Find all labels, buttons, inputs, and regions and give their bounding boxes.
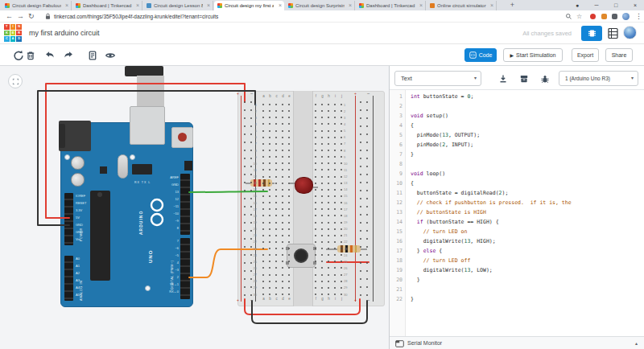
user-avatar[interactable] bbox=[623, 26, 637, 39]
bb-rail-hole[interactable] bbox=[366, 238, 368, 240]
bb-rail-hole[interactable] bbox=[244, 222, 246, 224]
bb-hole[interactable] bbox=[341, 176, 342, 178]
bb-hole[interactable] bbox=[269, 241, 270, 243]
bb-rail-hole[interactable] bbox=[244, 230, 246, 232]
bb-hole[interactable] bbox=[275, 228, 277, 230]
bb-hole[interactable] bbox=[341, 104, 342, 105]
bb-hole[interactable] bbox=[275, 195, 277, 197]
bb-hole[interactable] bbox=[275, 189, 277, 191]
bb-hole[interactable] bbox=[269, 150, 270, 151]
bb-rail-hole[interactable] bbox=[244, 270, 246, 272]
bb-hole[interactable] bbox=[341, 248, 342, 249]
tinkercad-logo[interactable]: TINKERCAD bbox=[4, 24, 22, 42]
bb-hole[interactable] bbox=[334, 104, 336, 105]
bb-rail-hole[interactable] bbox=[244, 142, 246, 143]
bb-rail-hole[interactable] bbox=[360, 109, 361, 111]
bb-hole[interactable] bbox=[262, 104, 264, 105]
design-title[interactable]: my first arduino circuit bbox=[29, 23, 100, 44]
bb-rail-hole[interactable] bbox=[244, 101, 246, 103]
bb-hole[interactable] bbox=[282, 189, 283, 191]
bb-rail-hole[interactable] bbox=[360, 230, 361, 232]
bb-hole[interactable] bbox=[282, 195, 283, 197]
bb-hole[interactable] bbox=[288, 189, 290, 191]
bb-rail-hole[interactable] bbox=[360, 238, 361, 240]
bb-rail-hole[interactable] bbox=[366, 190, 368, 191]
browser-tab[interactable]: Circuit design Lesson 8: Externa× bbox=[143, 1, 213, 10]
bb-hole[interactable] bbox=[282, 176, 283, 178]
bb-hole[interactable] bbox=[315, 248, 316, 249]
bb-hole[interactable] bbox=[341, 228, 342, 230]
bb-rail-hole[interactable] bbox=[244, 238, 246, 240]
bb-hole[interactable] bbox=[341, 130, 342, 132]
bb-hole[interactable] bbox=[315, 294, 316, 295]
bb-hole[interactable] bbox=[288, 137, 290, 138]
bb-rail-hole[interactable] bbox=[244, 182, 246, 183]
bb-hole[interactable] bbox=[282, 241, 283, 243]
bb-hole[interactable] bbox=[282, 150, 283, 151]
bb-hole[interactable] bbox=[275, 150, 277, 151]
bb-hole[interactable] bbox=[288, 104, 290, 105]
bb-hole[interactable] bbox=[328, 228, 329, 230]
bb-hole[interactable] bbox=[328, 176, 329, 178]
bb-hole[interactable] bbox=[262, 150, 264, 151]
bb-hole[interactable] bbox=[341, 143, 342, 145]
bb-hole[interactable] bbox=[321, 150, 323, 151]
bb-hole[interactable] bbox=[328, 150, 329, 151]
browser-tab[interactable]: Circuit design Fabulous Densor× bbox=[2, 1, 72, 10]
bb-rail-hole[interactable] bbox=[366, 133, 368, 135]
bb-rail-hole[interactable] bbox=[366, 198, 368, 199]
bb-hole[interactable] bbox=[341, 235, 342, 236]
bb-rail-hole[interactable] bbox=[244, 294, 246, 296]
bb-hole[interactable] bbox=[341, 241, 342, 243]
bb-hole[interactable] bbox=[321, 287, 323, 289]
components-list-button[interactable] bbox=[607, 27, 619, 40]
bb-hole[interactable] bbox=[288, 183, 290, 184]
reload-icon[interactable]: ↻ bbox=[28, 10, 35, 23]
bb-rail-hole[interactable] bbox=[360, 174, 361, 175]
share-button[interactable]: Share bbox=[605, 48, 633, 62]
bb-rail-hole[interactable] bbox=[250, 206, 252, 207]
browser-tab[interactable]: Online circuit simulator & schem× bbox=[427, 1, 497, 10]
bb-rail-hole[interactable] bbox=[250, 117, 252, 119]
pushbutton-cap[interactable] bbox=[294, 248, 308, 263]
bb-rail-hole[interactable] bbox=[244, 286, 246, 288]
bb-hole[interactable] bbox=[334, 183, 336, 184]
bb-hole[interactable] bbox=[315, 143, 316, 145]
bb-rail-hole[interactable] bbox=[250, 286, 252, 288]
bb-hole[interactable] bbox=[321, 183, 323, 184]
bb-hole[interactable] bbox=[282, 287, 283, 289]
bb-rail-hole[interactable] bbox=[366, 174, 368, 175]
tab-close-icon[interactable]: × bbox=[207, 1, 210, 10]
url-text[interactable]: tinkercad.com/things/35F50Jlpe4f-dazzlin… bbox=[54, 10, 218, 23]
code-button[interactable]: Code bbox=[464, 48, 497, 62]
bb-hole[interactable] bbox=[262, 228, 264, 230]
bb-hole[interactable] bbox=[315, 176, 316, 178]
tab-close-icon[interactable]: × bbox=[349, 1, 352, 10]
bb-hole[interactable] bbox=[282, 143, 283, 145]
bb-hole[interactable] bbox=[321, 130, 323, 132]
browser-tab[interactable]: Circuit design Surprising Kieran-× bbox=[285, 1, 355, 10]
bb-rail-hole[interactable] bbox=[360, 190, 361, 191]
bb-hole[interactable] bbox=[269, 104, 270, 105]
bb-hole[interactable] bbox=[269, 281, 270, 282]
bb-hole[interactable] bbox=[328, 137, 329, 138]
bb-rail-hole[interactable] bbox=[250, 125, 252, 127]
bb-hole[interactable] bbox=[315, 130, 316, 132]
minimize-button[interactable]: ─ bbox=[591, 0, 602, 10]
bb-hole[interactable] bbox=[334, 287, 336, 289]
zoom-icon[interactable] bbox=[565, 13, 572, 20]
bb-rail-hole[interactable] bbox=[250, 246, 252, 248]
bb-hole[interactable] bbox=[262, 235, 264, 236]
bb-rail-hole[interactable] bbox=[366, 158, 368, 159]
bb-hole[interactable] bbox=[334, 195, 336, 197]
bb-hole[interactable] bbox=[288, 281, 290, 282]
bb-hole[interactable] bbox=[315, 228, 316, 230]
bb-rail-hole[interactable] bbox=[360, 270, 361, 272]
browser-menu-icon[interactable]: ⋮ bbox=[635, 10, 642, 23]
bb-hole[interactable] bbox=[282, 228, 283, 230]
bb-hole[interactable] bbox=[341, 137, 342, 138]
bb-rail-hole[interactable] bbox=[360, 286, 361, 288]
bb-hole[interactable] bbox=[288, 294, 290, 295]
bb-hole[interactable] bbox=[275, 183, 277, 184]
bb-hole[interactable] bbox=[269, 235, 270, 236]
